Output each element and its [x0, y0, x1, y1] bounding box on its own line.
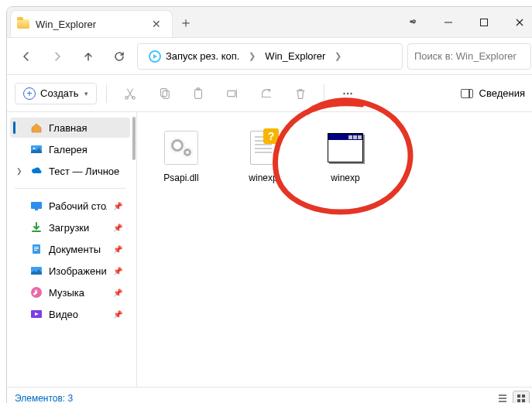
svg-rect-25 [517, 399, 520, 402]
plus-circle-icon: + [23, 87, 36, 100]
svg-point-2 [125, 96, 129, 99]
home-icon [30, 121, 43, 134]
explorer-window: Win_Explorer ✕ ＋ За [6, 6, 532, 403]
svg-rect-19 [34, 250, 37, 251]
tool-icon[interactable] [395, 7, 431, 37]
sidebar-item-label: Документы [49, 244, 101, 255]
expand-icon[interactable]: ❯ [16, 167, 22, 175]
forward-button[interactable] [44, 43, 70, 70]
music-icon [30, 286, 43, 299]
chevron-down-icon: ▾ [84, 90, 88, 97]
browser-tab[interactable]: Win_Explorer ✕ [10, 10, 173, 37]
view-details-button[interactable] [494, 391, 511, 404]
sidebar-item-label: Изображения [49, 265, 107, 277]
details-pane-button[interactable]: Сведения [456, 84, 530, 102]
minimize-button[interactable] [431, 7, 466, 37]
svg-point-10 [347, 92, 348, 94]
sidebar-item-home[interactable]: Главная [10, 118, 130, 138]
svg-point-9 [344, 92, 345, 94]
create-label: Создать [40, 87, 78, 99]
breadcrumb-current-label: Win_Explorer [265, 50, 325, 62]
video-icon [30, 308, 43, 320]
tab-title: Win_Explorer [36, 19, 142, 30]
unknown-file-icon: ? [239, 128, 288, 168]
sidebar-item-label: Главная [49, 122, 87, 134]
svg-rect-6 [195, 89, 202, 98]
chevron-right-icon[interactable]: ❯ [247, 51, 257, 61]
svg-rect-4 [161, 88, 167, 96]
status-bar: Элементов: 3 [7, 387, 532, 403]
back-button[interactable] [13, 43, 39, 70]
svg-rect-0 [444, 22, 452, 22]
command-bar: + Создать ▾ Сведения [7, 75, 532, 112]
file-item[interactable]: winexp [312, 123, 379, 188]
sidebar-item-desktop[interactable]: Рабочий стол 📌 [10, 196, 130, 216]
share-button[interactable] [252, 81, 280, 106]
panel-icon [461, 89, 473, 98]
breadcrumb-root[interactable]: Запуск рез. коп. [142, 47, 245, 66]
breadcrumb-root-label: Запуск рез. коп. [166, 50, 239, 62]
svg-rect-17 [34, 247, 39, 248]
desktop-icon [30, 200, 43, 212]
svg-rect-14 [31, 202, 42, 209]
file-label: winexp [249, 172, 277, 183]
up-button[interactable] [75, 43, 101, 70]
document-icon [30, 243, 43, 255]
close-tab-button[interactable]: ✕ [149, 16, 164, 32]
file-item[interactable]: Psapi.dll [148, 123, 215, 188]
dll-icon [156, 128, 206, 168]
folder-icon [17, 19, 29, 29]
pin-icon: 📌 [113, 267, 122, 275]
pin-icon: 📌 [113, 289, 122, 297]
separator [15, 188, 125, 189]
cloud-icon [30, 165, 43, 177]
paste-button[interactable] [184, 81, 212, 106]
pin-icon: 📌 [113, 245, 122, 254]
view-icons-button[interactable] [513, 391, 530, 404]
sidebar-item-pictures[interactable]: Изображения 📌 [10, 261, 130, 281]
new-tab-button[interactable]: ＋ [173, 7, 199, 37]
rename-button[interactable] [218, 81, 246, 106]
sidebar-item-music[interactable]: Музыка 📌 [10, 282, 130, 302]
close-window-button[interactable] [502, 7, 532, 37]
breadcrumb-current[interactable]: Win_Explorer [259, 47, 331, 65]
more-button[interactable] [334, 81, 362, 106]
breadcrumb-bar[interactable]: Запуск рез. коп. ❯ Win_Explorer ❯ [137, 43, 403, 70]
navigation-toolbar: Запуск рез. коп. ❯ Win_Explorer ❯ Поиск … [7, 38, 532, 75]
svg-point-3 [132, 96, 136, 99]
sidebar-item-gallery[interactable]: Галерея [10, 139, 130, 159]
svg-rect-8 [228, 91, 235, 96]
copy-button[interactable] [150, 81, 178, 106]
sidebar-item-videos[interactable]: Видео 📌 [10, 304, 130, 324]
maximize-button[interactable] [466, 7, 502, 37]
delete-button[interactable] [287, 81, 314, 106]
sidebar-item-label: Рабочий стол [49, 200, 107, 212]
svg-rect-15 [35, 209, 38, 210]
search-placeholder: Поиск в: Win_Explorer [414, 50, 517, 62]
svg-rect-5 [163, 91, 170, 98]
body: Главная Галерея ❯ Тест — Личное Рабочий … [7, 112, 532, 387]
refresh-button[interactable] [106, 43, 132, 70]
sidebar-scrollbar[interactable] [130, 117, 136, 382]
sidebar-item-documents[interactable]: Документы 📌 [10, 239, 130, 259]
sidebar-item-onedrive[interactable]: ❯ Тест — Личное [10, 161, 130, 181]
chevron-right-icon[interactable]: ❯ [333, 51, 343, 61]
cut-button[interactable] [116, 81, 144, 106]
location-icon [149, 50, 161, 63]
navigation-sidebar: Главная Галерея ❯ Тест — Личное Рабочий … [7, 112, 137, 387]
svg-rect-18 [34, 248, 39, 249]
file-list-area[interactable]: Psapi.dll ? winexp winexp [137, 112, 532, 387]
search-input[interactable]: Поиск в: Win_Explorer [407, 43, 531, 70]
pin-icon: 📌 [113, 202, 122, 210]
svg-rect-1 [481, 19, 488, 26]
item-count: Элементов: 3 [15, 393, 73, 404]
scrollbar-thumb[interactable] [132, 117, 136, 160]
create-new-button[interactable]: + Создать ▾ [15, 83, 97, 104]
sidebar-item-label: Тест — Личное [49, 166, 119, 177]
svg-rect-26 [522, 399, 525, 402]
file-item[interactable]: ? winexp [230, 123, 297, 188]
download-icon [30, 221, 43, 234]
gallery-icon [30, 143, 43, 155]
titlebar: Win_Explorer ✕ ＋ [7, 7, 532, 38]
sidebar-item-downloads[interactable]: Загрузки 📌 [10, 217, 130, 237]
